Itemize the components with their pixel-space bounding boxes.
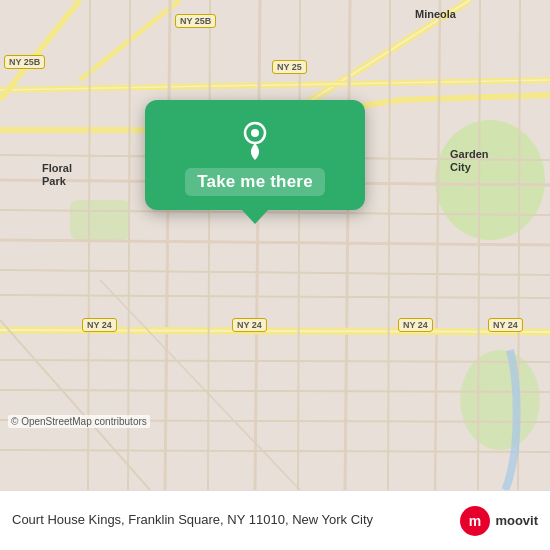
location-pin-icon xyxy=(233,116,277,160)
moovit-icon: m xyxy=(459,505,491,537)
city-label-floral-park: FloralPark xyxy=(42,162,72,188)
road-label-ny24-bm: NY 24 xyxy=(232,318,267,332)
road-label-ny25: NY 25 xyxy=(272,60,307,74)
address-text: Court House Kings, Franklin Square, NY 1… xyxy=(12,512,451,529)
svg-text:m: m xyxy=(469,513,481,529)
road-label-ny24-bl: NY 24 xyxy=(82,318,117,332)
moovit-text: moovit xyxy=(495,513,538,528)
osm-credit: © OpenStreetMap contributors xyxy=(8,415,150,428)
road-label-ny24-far: NY 24 xyxy=(488,318,523,332)
road-label-ny25b-top: NY 25B xyxy=(175,14,216,28)
map-popup: Take me there xyxy=(145,100,365,210)
map-container: NY 25B NY 25B NY 25 NY 24 NY 24 NY 24 NY… xyxy=(0,0,550,490)
svg-point-1 xyxy=(435,120,545,240)
moovit-logo: m moovit xyxy=(459,505,538,537)
road-label-ny24-br: NY 24 xyxy=(398,318,433,332)
svg-point-2 xyxy=(460,350,540,450)
road-label-ny25b-left: NY 25B xyxy=(4,55,45,69)
bottom-bar: Court House Kings, Franklin Square, NY 1… xyxy=(0,490,550,550)
take-me-there-button[interactable]: Take me there xyxy=(185,168,325,196)
svg-point-40 xyxy=(251,129,259,137)
city-label-mineola: Mineola xyxy=(415,8,456,20)
svg-rect-3 xyxy=(70,200,130,240)
city-label-garden-city: GardenCity xyxy=(450,148,489,174)
